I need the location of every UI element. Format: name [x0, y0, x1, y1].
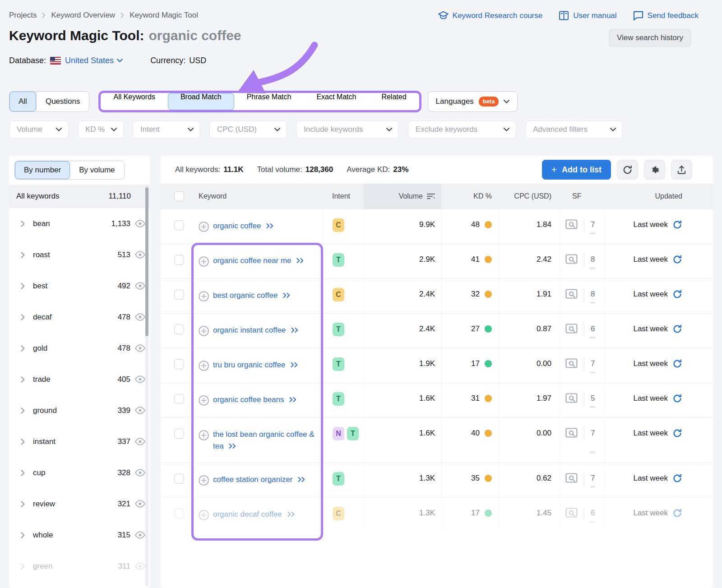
column-sf[interactable]: SF: [560, 184, 605, 209]
eye-icon[interactable]: [135, 469, 145, 477]
keyword-link[interactable]: organic decaf coffee: [213, 509, 296, 520]
column-kd[interactable]: KD %: [441, 184, 498, 209]
sf-count[interactable]: 8: [591, 290, 595, 303]
tab-related[interactable]: Related: [369, 93, 419, 110]
sidebar-group-cup[interactable]: cup 328: [9, 457, 150, 488]
sf-count[interactable]: 6: [591, 509, 595, 522]
row-checkbox[interactable]: [174, 290, 184, 300]
filter-cpc-usd-[interactable]: CPC (USD): [209, 120, 287, 139]
tab-broad-match[interactable]: Broad Match: [168, 93, 234, 110]
expand-keyword-icon[interactable]: [291, 327, 299, 333]
keyword-link[interactable]: organic coffee: [213, 220, 274, 232]
tab-exact-match[interactable]: Exact Match: [304, 93, 369, 110]
sidebar-group-review[interactable]: review 321: [9, 488, 150, 519]
tab-by-volume[interactable]: By volume: [70, 161, 124, 179]
breadcrumb-item-keyword-overview[interactable]: Keyword Overview: [51, 11, 115, 20]
keyword-link[interactable]: organic coffee near me: [213, 255, 305, 267]
serp-preview-icon[interactable]: [565, 219, 578, 231]
view-search-history-button[interactable]: View search history: [609, 29, 691, 47]
eye-icon[interactable]: [135, 438, 145, 445]
database-selector[interactable]: United States: [65, 56, 123, 65]
sidebar-group-trade[interactable]: trade 405: [9, 364, 150, 395]
sf-count[interactable]: 7: [591, 429, 595, 453]
eye-icon[interactable]: [135, 344, 145, 352]
serp-preview-icon[interactable]: [565, 473, 578, 484]
add-keyword-icon[interactable]: [199, 291, 209, 301]
sidebar-group-gold[interactable]: gold 478: [9, 333, 150, 364]
add-keyword-icon[interactable]: [199, 510, 209, 520]
row-checkbox[interactable]: [174, 255, 184, 265]
refresh-keyword-icon[interactable]: [672, 473, 682, 483]
keyword-link[interactable]: organic coffee beans: [213, 394, 297, 406]
refresh-keyword-icon[interactable]: [672, 359, 682, 369]
add-keyword-icon[interactable]: [199, 361, 209, 371]
filter-advanced-filters[interactable]: Advanced filters: [525, 120, 623, 139]
languages-dropdown[interactable]: Languages beta: [428, 91, 518, 112]
column-keyword[interactable]: Keyword: [191, 184, 323, 209]
sf-count[interactable]: 5: [591, 394, 595, 407]
expand-keyword-icon[interactable]: [266, 223, 274, 229]
sidebar-group-best[interactable]: best 492: [9, 270, 150, 301]
expand-keyword-icon[interactable]: [228, 443, 237, 449]
keyword-link[interactable]: tru bru organic coffee: [213, 359, 299, 371]
expand-keyword-icon[interactable]: [289, 397, 297, 403]
row-checkbox[interactable]: [174, 359, 184, 369]
sidebar-group-ground[interactable]: ground 339: [9, 395, 150, 426]
add-keyword-icon[interactable]: [199, 256, 209, 267]
sf-count[interactable]: 7: [591, 474, 595, 487]
row-checkbox[interactable]: [174, 324, 184, 334]
eye-icon[interactable]: [135, 251, 145, 259]
refresh-button[interactable]: [617, 160, 638, 180]
filter-include-keywords[interactable]: Include keywords: [296, 120, 399, 139]
expand-keyword-icon[interactable]: [296, 258, 305, 264]
column-cpc[interactable]: CPC (USD): [498, 184, 560, 209]
expand-keyword-icon[interactable]: [282, 292, 291, 298]
sidebar-group-instant[interactable]: instant 337: [9, 426, 150, 457]
column-volume[interactable]: Volume: [364, 184, 441, 209]
link-send-feedback[interactable]: Send feedback: [633, 11, 699, 20]
serp-preview-icon[interactable]: [565, 393, 578, 404]
add-keyword-icon[interactable]: [199, 395, 209, 406]
eye-icon[interactable]: [135, 500, 145, 508]
tab-phrase-match[interactable]: Phrase Match: [234, 93, 304, 110]
sidebar-group-green[interactable]: green 311: [9, 551, 150, 582]
eye-icon[interactable]: [135, 282, 145, 290]
keyword-link[interactable]: the lost bean organic coffee & tea: [213, 429, 318, 453]
sidebar-all-keywords-row[interactable]: All keywords 11,110: [9, 185, 150, 208]
expand-keyword-icon[interactable]: [287, 511, 296, 517]
eye-icon[interactable]: [135, 220, 145, 227]
add-keyword-icon[interactable]: [199, 326, 209, 336]
sf-count[interactable]: 8: [591, 255, 595, 269]
serp-preview-icon[interactable]: [565, 428, 578, 439]
sidebar-scrollbar-thumb[interactable]: [145, 187, 148, 336]
filter-volume[interactable]: Volume: [9, 120, 69, 139]
refresh-keyword-icon[interactable]: [672, 508, 682, 518]
settings-button[interactable]: [644, 160, 665, 180]
refresh-keyword-icon[interactable]: [672, 255, 682, 264]
refresh-keyword-icon[interactable]: [672, 324, 682, 334]
sf-count[interactable]: 7: [591, 359, 595, 373]
row-checkbox[interactable]: [174, 509, 184, 519]
eye-icon[interactable]: [135, 313, 145, 321]
select-all-checkbox[interactable]: [174, 191, 184, 201]
breadcrumb-item-projects[interactable]: Projects: [9, 11, 37, 20]
export-button[interactable]: [671, 160, 692, 180]
tab-all[interactable]: All: [9, 92, 36, 111]
filter-kd-[interactable]: KD %: [78, 120, 124, 139]
column-updated[interactable]: Updated: [605, 184, 713, 209]
keyword-link[interactable]: organic instant coffee: [213, 324, 299, 336]
row-checkbox[interactable]: [174, 474, 184, 484]
expand-keyword-icon[interactable]: [297, 477, 306, 482]
expand-keyword-icon[interactable]: [290, 362, 299, 368]
link-keyword-research-course[interactable]: Keyword Research course: [438, 11, 542, 20]
sidebar-group-bean[interactable]: bean 1,133: [9, 208, 150, 239]
row-checkbox[interactable]: [174, 394, 184, 404]
tab-by-number[interactable]: By number: [15, 161, 70, 179]
add-to-list-button[interactable]: +Add to list: [542, 160, 611, 180]
refresh-keyword-icon[interactable]: [672, 289, 682, 299]
filter-exclude-keywords[interactable]: Exclude keywords: [408, 120, 516, 139]
keyword-link[interactable]: coffee station organizer: [213, 474, 306, 486]
refresh-keyword-icon[interactable]: [672, 220, 682, 230]
serp-preview-icon[interactable]: [565, 289, 578, 300]
tab-questions[interactable]: Questions: [36, 92, 89, 111]
